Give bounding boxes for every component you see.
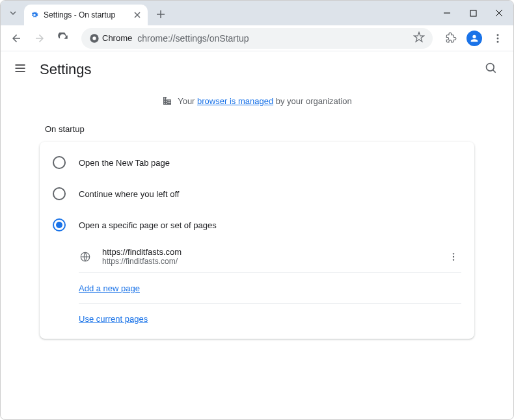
svg-point-5 bbox=[497, 40, 499, 42]
radio-label: Open a specific page or set of pages bbox=[79, 220, 217, 230]
plus-icon bbox=[156, 10, 165, 19]
tab-search-dropdown[interactable] bbox=[6, 6, 20, 20]
reload-button[interactable] bbox=[53, 28, 74, 49]
profile-button[interactable] bbox=[464, 28, 485, 49]
page-text: https://finditfasts.com https://finditfa… bbox=[102, 247, 435, 266]
use-current-pages-link[interactable]: Use current pages bbox=[79, 314, 148, 324]
star-icon bbox=[413, 31, 425, 43]
add-page-row: Add a new page bbox=[40, 273, 474, 303]
extension-icon bbox=[445, 33, 457, 44]
browser-toolbar: Chrome chrome://settings/onStartup bbox=[1, 25, 513, 51]
avatar bbox=[467, 31, 482, 46]
bookmark-button[interactable] bbox=[413, 31, 425, 46]
chrome-icon bbox=[89, 33, 100, 44]
managed-text: Your browser is managed by your organiza… bbox=[178, 96, 352, 106]
person-icon bbox=[469, 33, 480, 44]
more-vert-icon bbox=[448, 252, 459, 262]
radio-button bbox=[53, 187, 66, 200]
arrow-left-icon bbox=[10, 33, 22, 44]
use-current-row: Use current pages bbox=[40, 304, 474, 334]
page-name: https://finditfasts.com bbox=[102, 247, 435, 257]
radio-label: Continue where you left off bbox=[79, 189, 179, 199]
radio-specific-pages[interactable]: Open a specific page or set of pages bbox=[40, 209, 474, 241]
svg-point-3 bbox=[497, 34, 499, 36]
chevron-down-icon bbox=[9, 9, 17, 17]
search-icon bbox=[485, 62, 498, 75]
site-info-chip[interactable]: Chrome bbox=[89, 33, 132, 44]
maximize-icon bbox=[470, 10, 477, 17]
close-window-button[interactable] bbox=[490, 4, 508, 22]
tab-title: Settings - On startup bbox=[44, 10, 128, 20]
svg-point-10 bbox=[453, 259, 454, 260]
minimize-icon bbox=[443, 9, 451, 17]
radio-continue[interactable]: Continue where you left off bbox=[40, 178, 474, 209]
address-bar[interactable]: Chrome chrome://settings/onStartup bbox=[81, 28, 433, 49]
managed-notice: Your browser is managed by your organiza… bbox=[14, 88, 500, 114]
domain-icon bbox=[162, 96, 172, 106]
radio-new-tab[interactable]: Open the New Tab page bbox=[40, 147, 474, 178]
extensions-button[interactable] bbox=[440, 28, 461, 49]
svg-point-6 bbox=[487, 64, 494, 72]
minimize-button[interactable] bbox=[438, 4, 456, 22]
maximize-button[interactable] bbox=[464, 4, 482, 22]
startup-card: Open the New Tab page Continue where you… bbox=[40, 142, 474, 339]
back-button[interactable] bbox=[6, 28, 27, 49]
site-chip-label: Chrome bbox=[102, 33, 132, 43]
radio-button-checked bbox=[53, 218, 66, 231]
arrow-right-icon bbox=[34, 33, 46, 44]
svg-rect-0 bbox=[470, 10, 476, 16]
page-url: https://finditfasts.com/ bbox=[102, 257, 435, 266]
reload-icon bbox=[57, 33, 69, 44]
startup-page-entry: https://finditfasts.com https://finditfa… bbox=[40, 241, 474, 272]
add-new-page-link[interactable]: Add a new page bbox=[79, 283, 140, 293]
radio-button bbox=[53, 156, 66, 169]
radio-label: Open the New Tab page bbox=[79, 158, 170, 168]
titlebar: Settings - On startup bbox=[1, 1, 513, 25]
section-title: On startup bbox=[14, 114, 500, 142]
svg-point-4 bbox=[497, 37, 499, 39]
globe-icon bbox=[79, 250, 92, 263]
tab-close-button[interactable] bbox=[132, 10, 142, 20]
new-tab-button[interactable] bbox=[152, 5, 170, 23]
settings-content: Your browser is managed by your organiza… bbox=[1, 88, 513, 339]
page-title: Settings bbox=[40, 61, 92, 78]
forward-button[interactable] bbox=[29, 28, 50, 49]
window-controls bbox=[438, 1, 508, 25]
close-icon bbox=[495, 9, 503, 17]
page-more-button[interactable] bbox=[446, 249, 461, 265]
browser-tab[interactable]: Settings - On startup bbox=[24, 5, 148, 25]
svg-point-9 bbox=[453, 256, 454, 257]
settings-gear-icon bbox=[29, 10, 40, 20]
settings-menu-button[interactable] bbox=[14, 62, 29, 77]
svg-point-8 bbox=[453, 253, 454, 254]
svg-point-2 bbox=[92, 36, 96, 40]
settings-search-button[interactable] bbox=[485, 62, 500, 77]
chrome-menu-button[interactable] bbox=[487, 28, 508, 49]
managed-link[interactable]: browser is managed bbox=[197, 96, 273, 106]
settings-header: Settings bbox=[1, 51, 513, 88]
url-text: chrome://settings/onStartup bbox=[137, 33, 408, 44]
more-vert-icon bbox=[492, 33, 504, 44]
hamburger-icon bbox=[14, 62, 27, 75]
close-icon bbox=[134, 12, 141, 18]
